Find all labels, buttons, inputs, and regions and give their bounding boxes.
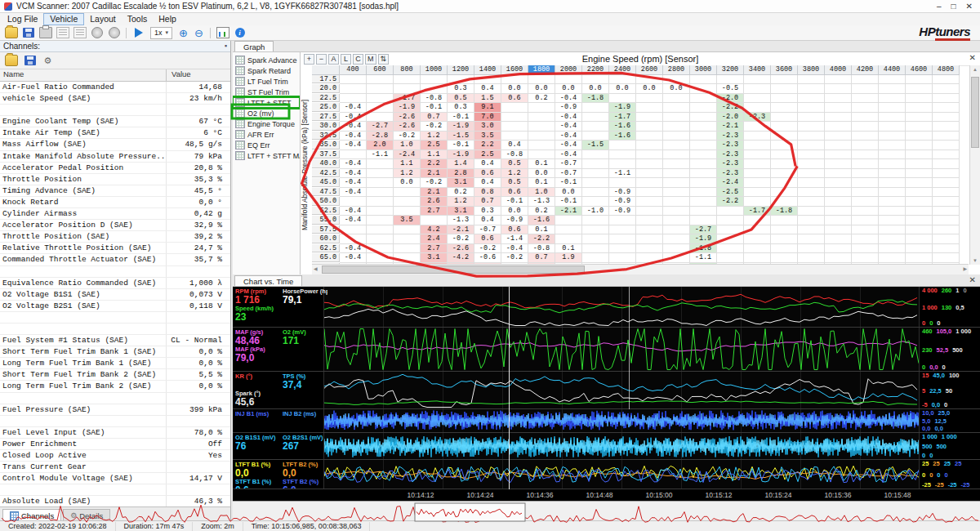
table-cell[interactable]: -0.7	[555, 169, 582, 179]
table-cell[interactable]: -0.2	[421, 178, 448, 188]
table-cell[interactable]: -0.4	[340, 113, 367, 123]
table-cell[interactable]	[798, 197, 825, 207]
chart-plot-3[interactable]	[324, 409, 919, 432]
graph-tool-button-1[interactable]: −	[316, 54, 327, 65]
channel-row[interactable]: Timing Advance (SAE)45,5 °	[0, 185, 230, 197]
channel-row[interactable]: Air-Fuel Ratio Commanded14,68	[0, 82, 230, 93]
column-header-2400[interactable]: 2400	[609, 65, 636, 75]
table-cell[interactable]: -1.6	[609, 132, 636, 141]
table-cell[interactable]: -0.8	[421, 94, 448, 104]
channel-row[interactable]: Short Term Fuel Trim Bank 2 (SAE)5,5 %	[0, 369, 230, 381]
table-cell[interactable]	[771, 188, 798, 198]
table-cell[interactable]	[663, 141, 690, 150]
row-header-65.0[interactable]: 65.0	[312, 253, 340, 262]
table-cell[interactable]: -1.5	[448, 132, 474, 141]
table-cell[interactable]: -0.9	[501, 216, 528, 225]
table-cell[interactable]	[582, 132, 609, 141]
table-cell[interactable]: -0.4	[340, 141, 367, 150]
row-header-40.0[interactable]: 40.0	[312, 159, 340, 168]
channel-row[interactable]: Knock Retard0,0 °	[0, 197, 230, 208]
table-cell[interactable]	[798, 103, 825, 113]
table-cell[interactable]	[852, 84, 879, 94]
table-cell[interactable]	[636, 75, 663, 85]
column-header-2200[interactable]: 2200	[582, 65, 609, 75]
column-header-4200[interactable]: 4200	[852, 65, 879, 75]
table-cell[interactable]	[663, 253, 690, 263]
table-cell[interactable]	[663, 197, 690, 207]
table-cell[interactable]	[528, 122, 555, 132]
table-cell[interactable]	[906, 225, 933, 235]
table-cell[interactable]	[798, 253, 825, 263]
column-header-3600[interactable]: 3600	[771, 65, 798, 75]
table-cell[interactable]: -0.5	[717, 84, 744, 94]
table-cell[interactable]	[906, 234, 933, 244]
table-cell[interactable]	[798, 216, 825, 225]
table-cell[interactable]	[852, 141, 879, 150]
table-cell[interactable]	[933, 113, 960, 123]
column-header-400[interactable]: 400	[340, 65, 367, 75]
table-cell[interactable]	[367, 244, 394, 254]
channels-config-icon[interactable]: ⚙	[41, 54, 55, 67]
close-button[interactable]: ✕	[966, 2, 973, 11]
row-header-30.0[interactable]: 30.0	[312, 122, 340, 131]
table-cell[interactable]	[879, 197, 906, 207]
table-cell[interactable]	[717, 207, 744, 216]
table-cell[interactable]	[582, 113, 609, 123]
table-cell[interactable]: -2.1	[448, 225, 474, 235]
table-cell[interactable]	[933, 103, 960, 113]
table-cell[interactable]: 0.0	[528, 169, 555, 179]
table-cell[interactable]	[528, 113, 555, 123]
table-cell[interactable]: 3.1	[421, 253, 448, 263]
table-cell[interactable]	[528, 132, 555, 141]
table-cell[interactable]: -1.7	[744, 207, 771, 216]
menu-item-vehicle[interactable]: Vehicle	[43, 13, 84, 25]
chart-plot-2[interactable]	[324, 372, 919, 408]
table-cell[interactable]	[663, 132, 690, 141]
table-cell[interactable]	[852, 150, 879, 160]
table-cell[interactable]: 0.0	[555, 188, 582, 198]
copy-doc-icon[interactable]	[72, 26, 87, 39]
table-cell[interactable]	[609, 253, 636, 263]
table-cell[interactable]: 0.7	[528, 253, 555, 263]
table-cell[interactable]: 3.5	[394, 216, 421, 225]
table-cell[interactable]	[501, 75, 528, 85]
table-cell[interactable]	[825, 253, 852, 263]
table-cell[interactable]	[744, 132, 771, 141]
minimize-button[interactable]: –	[937, 2, 942, 11]
channel-row[interactable]: O2 Voltage B2S1 (SAE)0,118 V	[0, 301, 230, 312]
table-cell[interactable]	[367, 225, 394, 235]
table-cell[interactable]: -1.8	[690, 244, 717, 254]
table-cell[interactable]	[474, 75, 501, 85]
channel-row[interactable]: Absolute Load (SAE)46,3 %	[0, 496, 230, 506]
table-cell[interactable]	[663, 178, 690, 188]
table-cell[interactable]	[933, 234, 960, 244]
table-cell[interactable]	[798, 207, 825, 216]
table-cell[interactable]	[636, 103, 663, 113]
table-cell[interactable]	[879, 207, 906, 216]
table-cell[interactable]	[906, 103, 933, 113]
channel-row[interactable]: Control Module Voltage (SAE)14,17 V	[0, 473, 230, 484]
table-cell[interactable]	[879, 75, 906, 85]
table-cell[interactable]: -1.1	[367, 150, 394, 160]
column-header-1200[interactable]: 1200	[448, 65, 474, 75]
table-cell[interactable]	[825, 197, 852, 207]
table-cell[interactable]	[906, 141, 933, 150]
row-header-55.0[interactable]: 55.0	[312, 216, 340, 225]
row-header-42.5[interactable]: 42.5	[312, 169, 340, 178]
table-cell[interactable]	[798, 178, 825, 188]
graph-list-item-eq-err[interactable]: EQ Err	[233, 140, 300, 150]
table-cell[interactable]	[906, 150, 933, 160]
table-cell[interactable]: 2.7	[421, 244, 448, 254]
table-cell[interactable]	[663, 94, 690, 104]
table-cell[interactable]	[771, 94, 798, 104]
table-cell[interactable]: -0.1	[555, 178, 582, 188]
graph-tool-button-0[interactable]: +	[304, 54, 314, 65]
table-cell[interactable]	[636, 159, 663, 169]
channel-row[interactable]	[0, 393, 230, 404]
row-header-17.5[interactable]: 17.5	[312, 75, 340, 84]
table-cell[interactable]: 1.5	[474, 94, 501, 104]
table-cell[interactable]	[367, 253, 394, 263]
table-cell[interactable]	[394, 84, 421, 94]
table-cell[interactable]	[933, 207, 960, 216]
table-cell[interactable]	[798, 141, 825, 150]
